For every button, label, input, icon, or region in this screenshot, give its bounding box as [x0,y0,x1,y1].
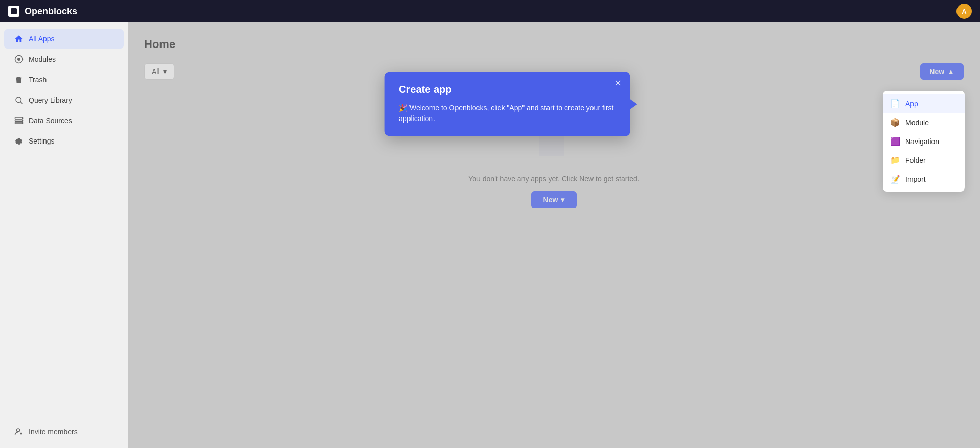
empty-new-button-label: New [543,196,558,204]
new-button-label: New [929,67,944,76]
folder-icon: 📁 [890,155,900,165]
svg-rect-5 [15,120,23,122]
empty-state-text: You don't have any apps yet. Click New t… [468,175,639,183]
svg-rect-4 [15,117,23,119]
dropdown-item-label: Folder [905,156,926,164]
dropdown-item-label: App [905,100,918,108]
tooltip-bubble: ✕ Create app 🎉 Welcome to Openblocks, cl… [384,72,630,136]
tooltip-close-button[interactable]: ✕ [614,79,622,88]
tooltip-arrow [630,99,637,109]
sidebar-item-label: Data Sources [29,116,72,125]
logo-icon [8,6,19,17]
dropdown-item-navigation[interactable]: 🟪 Navigation [883,132,965,151]
tooltip-body: Welcome to Openblocks, click "App" and s… [399,104,613,123]
dropdown-item-label: Module [905,119,929,127]
sidebar-item-label: Query Library [29,96,72,104]
dropdown-item-label: Navigation [905,137,939,146]
new-button-toolbar[interactable]: New ▲ [920,63,964,80]
sidebar-item-label: Trash [29,76,47,84]
sidebar-item-trash[interactable]: Trash [4,70,124,89]
app-name: Openblocks [25,6,77,17]
settings-icon [14,136,24,146]
sidebar-item-label: All Apps [29,35,55,43]
topbar-left: Openblocks [8,6,77,17]
chevron-down-icon: ▾ [163,67,167,76]
empty-new-button[interactable]: New ▾ [531,191,577,208]
svg-point-2 [16,97,21,103]
invite-members-label: Invite members [29,428,78,436]
sidebar-item-settings[interactable]: Settings [4,131,124,151]
dropdown-item-folder[interactable]: 📁 Folder [883,151,965,170]
dropdown-menu: 📄 App 📦 Module 🟪 Navigation 📁 Folder 📝 I… [883,91,965,192]
app-icon: 📄 [890,99,900,108]
avatar[interactable]: A [956,4,972,19]
tooltip-title: Create app [399,84,616,96]
tooltip-text: 🎉 Welcome to Openblocks, click "App" and… [399,103,616,124]
page-title: Home [144,38,964,51]
svg-rect-6 [15,122,23,124]
sidebar-bottom: Invite members [0,416,128,442]
module-icon: 📦 [890,117,900,127]
sidebar-item-data-sources[interactable]: Data Sources [4,111,124,130]
tooltip-emoji: 🎉 [399,104,407,112]
query-library-icon [14,96,24,105]
filter-button[interactable]: All ▾ [144,63,174,80]
svg-point-1 [17,58,20,61]
svg-point-7 [17,429,20,432]
import-icon: 📝 [890,174,900,184]
sidebar-item-all-apps[interactable]: All Apps [4,29,124,49]
home-icon [14,34,24,43]
dropdown-item-import[interactable]: 📝 Import [883,170,965,188]
sidebar-item-query-library[interactable]: Query Library [4,90,124,110]
chevron-up-icon: ▲ [947,67,954,76]
chevron-down-icon: ▾ [561,196,564,204]
invite-members-button[interactable]: Invite members [4,422,124,441]
sidebar-item-label: Modules [29,55,56,63]
trash-icon [14,75,24,84]
modules-icon [14,55,24,64]
dropdown-item-label: Import [905,175,926,183]
dropdown-item-app[interactable]: 📄 App [883,94,965,113]
invite-icon [14,427,24,436]
filter-label: All [152,67,160,76]
sidebar: All Apps Modules Trash Query Library Dat… [0,22,128,448]
data-sources-icon [14,116,24,125]
topbar: Openblocks A [0,0,980,22]
sidebar-item-modules[interactable]: Modules [4,50,124,69]
dropdown-item-module[interactable]: 📦 Module [883,113,965,132]
sidebar-item-label: Settings [29,137,55,145]
navigation-icon: 🟪 [890,136,900,146]
svg-line-3 [20,102,22,104]
